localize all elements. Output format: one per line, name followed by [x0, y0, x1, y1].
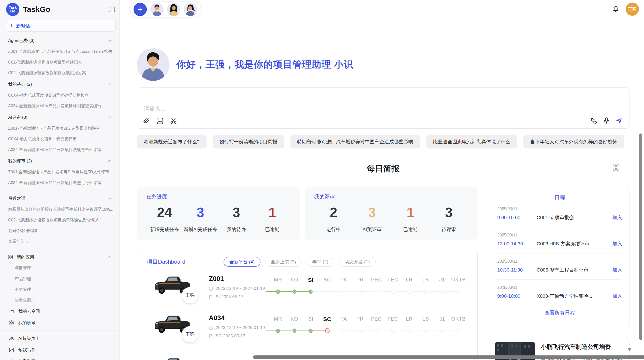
- sidebar-task-item[interactable]: A034-全新新能源MUV产品开发项目法规符合性评审: [0, 144, 119, 155]
- filter-pill-powertrain[interactable]: 动总开发 (1): [339, 257, 376, 267]
- project-code[interactable]: Z001: [209, 275, 266, 283]
- recent-chat-item[interactable]: C02-飞腾新能源轻客改款项目的闭环通告反馈情况: [0, 215, 119, 226]
- sidebar-item-help-me-write[interactable]: 帮我写作: [0, 344, 119, 356]
- user-avatar[interactable]: 王强: [626, 3, 639, 16]
- milestone-dot[interactable]: [424, 290, 428, 294]
- suggestion-chip[interactable]: 当下年轻人对汽车外观有怎样的喜好趋势: [523, 135, 624, 148]
- sidebar-section-ai-review[interactable]: AI评审 (3): [0, 111, 119, 123]
- phone-icon[interactable]: [591, 117, 597, 124]
- milestone-dot[interactable]: [342, 290, 345, 294]
- milestone-dot[interactable]: [424, 329, 428, 333]
- filter-pill-new-body[interactable]: 全新上装 (3): [265, 257, 302, 267]
- sidebar-task-item[interactable]: C02-飞腾新能源轻客改款项目里程碑画布: [0, 57, 119, 68]
- milestone-dot[interactable]: [457, 329, 460, 333]
- join-meeting-link[interactable]: 加入: [612, 293, 622, 299]
- stat-cell[interactable]: 24新增完成任务: [147, 205, 182, 233]
- milestone-dot[interactable]: [293, 329, 296, 333]
- milestone-dot[interactable]: [276, 329, 280, 333]
- microphone-icon[interactable]: [603, 117, 609, 124]
- milestone-dot[interactable]: [342, 329, 345, 333]
- milestone-dot[interactable]: [375, 290, 378, 294]
- view-all-schedule-link[interactable]: 查看所有日程: [497, 309, 622, 316]
- filter-pill-new-platform[interactable]: 全新平台 (4): [224, 257, 260, 267]
- collapse-sidebar-icon[interactable]: [109, 6, 115, 13]
- recent-chat-item[interactable]: 公司Q3轻卡销量: [0, 226, 119, 236]
- sidebar-task-item[interactable]: Z001-全新燃油皮卡产品开发项目SI节点Lesson Learn报告: [0, 46, 119, 57]
- sidebar-section-agent-done[interactable]: Agent已办 (3): [0, 35, 119, 46]
- milestone-dot[interactable]: [309, 329, 313, 333]
- milestone-dot[interactable]: [309, 290, 313, 294]
- sidebar-section-recent-chats[interactable]: 最近对话: [0, 192, 119, 204]
- project-owner-badge[interactable]: 王强: [182, 326, 198, 342]
- milestone-dot[interactable]: [440, 290, 444, 294]
- sidebar-item-favorites[interactable]: 我的收藏: [0, 317, 119, 328]
- app-sub-item[interactable]: 产品管理: [0, 274, 119, 284]
- sidebar-task-item[interactable]: C02-飞腾新能源轻客改款项目立项汇报方案: [0, 68, 119, 78]
- app-sub-item[interactable]: 变更管理: [0, 284, 119, 295]
- milestone-dot[interactable]: [407, 329, 411, 333]
- vertical-scrollbar-thumb[interactable]: [639, 133, 642, 340]
- new-chat-button[interactable]: + 新对话: [6, 20, 116, 32]
- join-meeting-link[interactable]: 加入: [612, 214, 622, 221]
- stat-cell[interactable]: 3AI预评审: [353, 205, 391, 233]
- milestone-dot[interactable]: [358, 329, 362, 333]
- suggestion-chip[interactable]: 特朗普可能对进口汽车增税会对中国车企造成哪些影响: [290, 135, 420, 148]
- app-sub-item[interactable]: 项目管理: [0, 263, 119, 274]
- milestone-dot[interactable]: [407, 290, 411, 294]
- recent-chat-item[interactable]: 查看全部...: [0, 236, 119, 247]
- agent-avatar-1[interactable]: [150, 3, 164, 16]
- stat-cell[interactable]: 1已逾期: [254, 205, 290, 233]
- project-owner-badge[interactable]: 王强: [182, 287, 198, 303]
- milestone-dot[interactable]: [325, 328, 330, 334]
- sidebar-section-my-todo[interactable]: 我的待办 (2): [0, 78, 119, 90]
- add-agent-button[interactable]: +: [134, 3, 147, 16]
- filter-pill-year-model[interactable]: 年型 (2): [306, 257, 334, 267]
- horizontal-scrollbar-thumb[interactable]: [253, 355, 644, 359]
- scroll-down-arrow[interactable]: [627, 348, 632, 351]
- milestone-dot[interactable]: [375, 329, 378, 333]
- milestone-dot[interactable]: [358, 290, 362, 294]
- app-sub-item[interactable]: 查看全部...: [0, 295, 119, 306]
- stat-cell[interactable]: 3待评审: [430, 205, 468, 233]
- sidebar-item-creative-drawing[interactable]: 创意制图: [0, 356, 119, 360]
- join-meeting-link[interactable]: 加入: [612, 241, 622, 247]
- recent-chat-item[interactable]: 解释最新出台的欧盟报废车法规再生塑料比例被调至15%...: [0, 204, 119, 215]
- stat-cell[interactable]: 3我的待办: [218, 205, 254, 233]
- scissors-icon[interactable]: [170, 117, 177, 124]
- stat-cell[interactable]: 2进行中: [314, 205, 353, 233]
- project-row[interactable]: 王强 A034 2023-12-19 ~ 2026-01-19: [152, 313, 467, 347]
- notification-bell-icon[interactable]: [612, 6, 619, 13]
- sidebar-item-ai-super-staff[interactable]: AI超级员工: [0, 333, 119, 344]
- agent-avatar-2[interactable]: [167, 3, 180, 16]
- project-row[interactable]: 王强 Z001 2023-12-19 ~ 2027-01-19: [152, 274, 467, 307]
- suggestion-chip[interactable]: 欧洲新规最近颁布了什么?: [137, 135, 207, 148]
- sidebar-task-item[interactable]: A034-全新新能源MUV产品开发项目造型可行性评审: [0, 177, 119, 188]
- agent-avatar-3[interactable]: [184, 3, 197, 16]
- sidebar-section-my-review[interactable]: 我的评审 (2): [0, 155, 119, 167]
- sidebar-task-item[interactable]: Z001-全新燃油轻卡产品开发项目SI造型提交物评审: [0, 123, 119, 134]
- attachment-icon[interactable]: [143, 117, 150, 124]
- chat-input-card[interactable]: 请输入...: [137, 87, 630, 129]
- sidebar-section-my-apps[interactable]: 我的应用: [0, 251, 119, 263]
- stat-cell[interactable]: 3新增AI完成任务: [182, 205, 218, 233]
- join-meeting-link[interactable]: 加入: [612, 267, 622, 273]
- milestone-dot[interactable]: [391, 329, 395, 333]
- sidebar-task-item[interactable]: A034-全新新能源MUV产品开发项目计划变更表编写: [0, 101, 119, 111]
- milestone-dot[interactable]: [440, 329, 444, 333]
- image-icon[interactable]: [156, 117, 163, 124]
- milestone-dot[interactable]: [391, 290, 395, 294]
- stat-cell[interactable]: 1已逾期: [391, 205, 430, 233]
- milestone-dot[interactable]: [457, 290, 460, 294]
- sidebar-item-cloud-space[interactable]: 我的云空间: [0, 306, 119, 317]
- scroll-right-arrow[interactable]: [621, 356, 624, 360]
- suggestion-chip[interactable]: 比亚迪全固态电池计划具体说了什么: [426, 135, 517, 148]
- send-icon[interactable]: [616, 117, 623, 124]
- sidebar-task-item[interactable]: C0X4-动力总成开发项目SI里程碑提交物检查: [0, 90, 119, 101]
- milestone-dot[interactable]: [276, 290, 280, 294]
- project-code[interactable]: A034: [209, 314, 266, 322]
- suggestion-chip[interactable]: 如何写一份清晰的项目周报: [213, 135, 284, 148]
- milestone-dot[interactable]: [293, 290, 296, 294]
- sidebar-task-item[interactable]: Z001-全新燃油轻卡产品开发项目SI节点属性5D文件评审: [0, 167, 119, 177]
- layout-grid-icon[interactable]: [613, 164, 619, 171]
- sidebar-task-item[interactable]: C0X4-动力总成开发项目工程变更评审: [0, 134, 119, 144]
